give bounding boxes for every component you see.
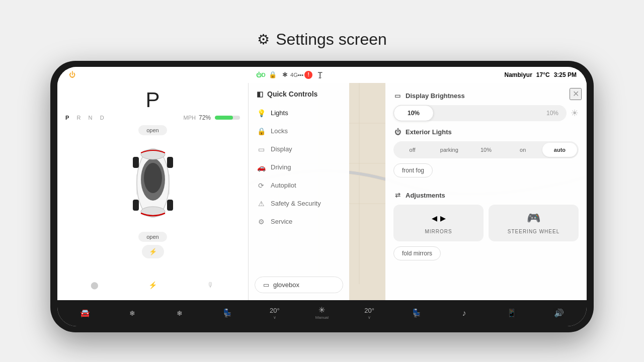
temp-label: 17°C	[536, 71, 550, 78]
fold-mirrors-button[interactable]: fold mirrors	[393, 246, 441, 260]
ext-btn-auto[interactable]: auto	[542, 143, 577, 157]
status-left: ⏻	[67, 70, 76, 79]
toolbar-defrost-rear[interactable]: ❄	[168, 310, 192, 317]
quick-controls-label: Quick Controls	[267, 90, 317, 98]
fan-label: Manual	[315, 315, 329, 320]
car-controls: open	[65, 125, 240, 275]
menu-item-locks[interactable]: 🔒 Locks	[249, 122, 349, 140]
open-bottom-button[interactable]: open	[138, 232, 167, 242]
exterior-lights-title-text: Exterior Lights	[406, 128, 452, 136]
gear-display: P	[65, 88, 240, 112]
glovebox-button[interactable]: ▭ glovebox	[255, 277, 343, 293]
temp-right-value: 20°	[364, 307, 374, 314]
exterior-lights-buttons: off parking 10% on auto	[393, 141, 579, 158]
menu-item-driving[interactable]: 🚗 Driving	[249, 158, 349, 176]
phone-screen: ⏻ ⏻D 🔒 ✱ 4G▪▪▪ ! T̰ Nambiyur 17°C 3:25 P…	[57, 67, 587, 326]
steering-label: STEERING WHEEL	[508, 229, 559, 234]
lock-icon: 🔒	[268, 70, 277, 79]
glovebox-label: glovebox	[273, 281, 299, 289]
mirror-left-icon: ◂	[432, 212, 437, 225]
status-right: Nambiyur 17°C 3:25 PM	[504, 71, 577, 78]
gear-d[interactable]: D	[100, 115, 106, 121]
adjustments-icon: ⇄	[393, 192, 401, 200]
steering-wheel-icon: 🎮	[527, 212, 540, 225]
gear-n[interactable]: N	[89, 115, 94, 121]
gear-options: P R N D	[65, 115, 106, 121]
brightness-title-text: Display Brightness	[406, 92, 465, 100]
quick-controls-icon: ◧	[257, 90, 263, 98]
alert-icon: !	[304, 71, 312, 79]
toolbar-fan[interactable]: ✳ Manual	[310, 306, 334, 320]
display-icon: ▭	[257, 145, 266, 154]
menu-item-safety[interactable]: ⚠ Safety & Security	[249, 195, 349, 213]
display-label: Display	[271, 145, 292, 153]
circle-icon[interactable]: ⬤	[88, 278, 102, 292]
brightness-left-value: 10%	[408, 110, 420, 117]
gear-icon: ⚙	[257, 31, 270, 48]
menu-item-service[interactable]: ⚙ Service	[249, 213, 349, 231]
ext-btn-on[interactable]: on	[506, 143, 540, 157]
toolbar-music[interactable]: ♪	[452, 309, 476, 317]
menu-item-lights[interactable]: 💡 Lights	[249, 104, 349, 122]
map-menu-area: ◧ Quick Controls 💡 Lights 🔒 Locks ▭ Disp…	[249, 83, 587, 300]
city-label: Nambiyur	[504, 71, 532, 78]
mirrors-label: MIRRORS	[425, 229, 452, 234]
toolbar-car[interactable]: 🚘	[73, 309, 97, 317]
brightness-section-title: ▭ Display Brightness	[393, 92, 579, 100]
fan-icon: ✳	[318, 306, 325, 314]
gear-r[interactable]: R	[76, 115, 82, 121]
charge-button[interactable]: ⚡	[142, 245, 164, 258]
autopilot-label: Autopilot	[271, 182, 296, 189]
menu-item-autopilot[interactable]: ⟳ Autopilot	[249, 176, 349, 195]
status-center: ⏻D 🔒 ✱ 4G▪▪▪ ! T̰	[256, 70, 325, 79]
car-image	[123, 138, 183, 229]
sun-icon: ☀	[571, 108, 579, 119]
page-title-area: ⚙ Settings screen	[257, 30, 387, 49]
ext-btn-parking[interactable]: parking	[432, 143, 466, 157]
glovebox-icon: ▭	[263, 281, 269, 289]
mic-icon[interactable]: 🎙	[204, 278, 218, 292]
lights-label: Lights	[271, 109, 288, 117]
battery-row: 72%	[199, 114, 240, 121]
mirrors-card[interactable]: ◂ ▸ MIRRORS	[393, 205, 484, 241]
bolt-icon[interactable]: ⚡	[145, 278, 159, 292]
gear-p[interactable]: P	[65, 115, 70, 121]
front-fog-button[interactable]: front fog	[393, 163, 433, 177]
svg-rect-8	[167, 200, 173, 211]
toolbar-temp-left[interactable]: 20° ∨	[263, 307, 287, 320]
svg-rect-7	[133, 200, 139, 211]
brightness-track[interactable]: 10% 10%	[393, 105, 567, 121]
page-title-text: Settings screen	[276, 30, 387, 49]
service-icon: ⚙	[257, 217, 266, 226]
lights-icon: 💡	[257, 109, 266, 118]
brightness-right-value: 10%	[546, 110, 558, 117]
svg-point-2	[144, 163, 162, 193]
mirrors-icons: ◂ ▸	[432, 212, 446, 225]
close-button[interactable]: ✕	[570, 88, 582, 100]
toolbar-seat-right[interactable]: 💺	[405, 309, 429, 317]
open-top-button[interactable]: open	[138, 125, 167, 135]
volume-icon: 🔊	[554, 309, 564, 317]
toolbar-seat-left[interactable]: 💺	[215, 309, 239, 317]
ext-btn-10[interactable]: 10%	[468, 143, 503, 157]
autopilot-icon: ⟳	[257, 181, 266, 190]
locks-icon: 🔒	[257, 127, 266, 136]
toolbar-defrost-front[interactable]: ❄	[120, 310, 144, 317]
toolbar-volume[interactable]: 🔊	[547, 309, 571, 317]
phone-frame: ⏻ ⏻D 🔒 ✱ 4G▪▪▪ ! T̰ Nambiyur 17°C 3:25 P…	[50, 61, 594, 332]
adjustments-title-text: Adjustments	[406, 192, 445, 199]
ext-btn-off[interactable]: off	[395, 143, 430, 157]
signal-icon: 4G▪▪▪	[292, 70, 301, 79]
toolbar-temp-right[interactable]: 20° ∨	[357, 307, 381, 320]
main-content: P P R N D MPH 72%	[57, 83, 587, 300]
steering-card[interactable]: 🎮 STEERING WHEEL	[489, 205, 579, 241]
speed-label: MPH	[184, 115, 196, 121]
brightness-row: 10% 10% ☀	[393, 105, 579, 121]
brightness-thumb: 10%	[393, 105, 434, 121]
toolbar-phone[interactable]: 📱	[500, 309, 524, 317]
bottom-toolbar: 🚘 ❄ ❄ 💺 20° ∨ ✳ Manual 20° ∨	[57, 300, 587, 326]
car-panel: P P R N D MPH 72%	[57, 83, 249, 300]
menu-item-display[interactable]: ▭ Display	[249, 140, 349, 158]
lightning-icon: ⚡	[149, 248, 157, 255]
music-icon: ♪	[462, 309, 466, 317]
